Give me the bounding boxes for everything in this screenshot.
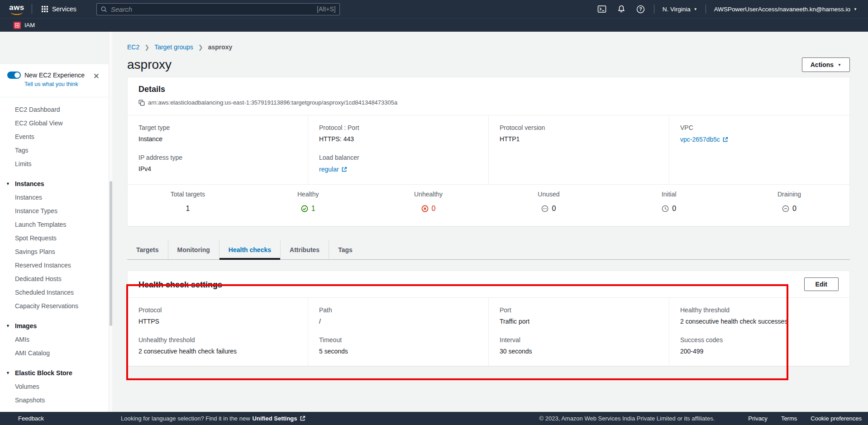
tab-tags[interactable]: Tags: [329, 240, 362, 259]
tell-us-link[interactable]: Tell us what you think: [24, 81, 78, 87]
field-value-success-codes: 200-499: [680, 348, 839, 355]
svg-text:?: ?: [639, 6, 642, 12]
sidebar-item-ec2-dashboard[interactable]: EC2 Dashboard: [0, 103, 109, 116]
health-check-settings-title: Health check settings: [138, 277, 222, 290]
sidebar-item-scheduled-instances[interactable]: Scheduled Instances: [0, 286, 109, 299]
notifications-button[interactable]: [612, 3, 631, 15]
search-shortcut: [Alt+S]: [317, 5, 336, 13]
sidebar-item-launch-templates[interactable]: Launch Templates: [0, 218, 109, 231]
chevron-down-icon: ▼: [838, 63, 841, 67]
stat-label: Unhealthy: [368, 191, 489, 198]
field-value-port: Traffic port: [500, 318, 658, 325]
tab-attributes[interactable]: Attributes: [280, 240, 329, 259]
breadcrumb-ec2[interactable]: EC2: [127, 43, 139, 51]
sidebar-section-instances[interactable]: ▼ Instances: [0, 177, 109, 191]
cloudshell-terminal-icon: [597, 5, 606, 13]
favorite-iam-label: IAM: [24, 22, 35, 29]
ec2-sidebar: ✕ New EC2 Experience Tell us what you th…: [0, 32, 109, 412]
sidebar-section-elastic-block-store[interactable]: ▼ Elastic Block Store: [0, 366, 109, 380]
dots-circle-icon: [541, 205, 548, 212]
sidebar-item-volumes[interactable]: Volumes: [0, 380, 109, 393]
sidebar-item-instance-types[interactable]: Instance Types: [0, 204, 109, 218]
cloudshell-button[interactable]: [592, 3, 612, 15]
breadcrumb-target-groups[interactable]: Target groups: [154, 43, 193, 51]
field-value-protocol-port: HTTPS: 443: [319, 135, 477, 143]
tab-bar: Targets Monitoring Health checks Attribu…: [127, 240, 850, 260]
sidebar-item-dedicated-hosts[interactable]: Dedicated Hosts: [0, 272, 109, 286]
vpc-id: vpc-2657db5c: [680, 136, 720, 143]
edit-button[interactable]: Edit: [804, 277, 839, 291]
field-label-load-balancer: Load balancer: [319, 154, 477, 161]
chevron-right-icon: ❯: [144, 44, 149, 51]
sidebar-section-label: Images: [15, 322, 37, 329]
services-menu-button[interactable]: Services: [38, 4, 79, 14]
favorite-iam[interactable]: IAM: [14, 22, 35, 29]
close-icon[interactable]: ✕: [93, 72, 100, 80]
breadcrumb-current: asproxy: [208, 43, 233, 51]
aws-logo[interactable]: aws: [7, 4, 26, 15]
services-label: Services: [52, 5, 76, 13]
sidebar-item-reserved-instances[interactable]: Reserved Instances: [0, 258, 109, 272]
field-label-protocol-version: Protocol version: [500, 124, 658, 131]
field-value-target-type: Instance: [138, 135, 297, 143]
draining-stat: Draining 0: [729, 191, 849, 214]
details-panel: Details arn:aws:elasticloadbalancing:us-…: [127, 77, 850, 226]
language-note: Looking for language selection? Find it …: [121, 415, 250, 422]
stat-label: Healthy: [248, 191, 368, 198]
feedback-button[interactable]: Feedback: [18, 415, 44, 422]
chevron-down-icon: ▼: [6, 324, 10, 328]
stat-value: 0: [552, 205, 556, 213]
search-input[interactable]: [111, 5, 317, 13]
sidebar-item-amis[interactable]: AMIs: [0, 333, 109, 346]
sidebar-item-snapshots[interactable]: Snapshots: [0, 393, 109, 407]
tab-targets[interactable]: Targets: [127, 240, 168, 259]
breadcrumb: EC2 ❯ Target groups ❯ asproxy: [127, 43, 850, 51]
field-label-port: Port: [500, 306, 658, 314]
sidebar-item-spot-requests[interactable]: Spot Requests: [0, 231, 109, 245]
unified-settings-link[interactable]: Unified Settings: [253, 415, 297, 422]
sidebar-item-limits[interactable]: Limits: [0, 157, 109, 171]
sidebar-item-ec2-global-view[interactable]: EC2 Global View: [0, 116, 109, 130]
cookie-preferences-link[interactable]: Cookie preferences: [811, 415, 862, 422]
region-selector[interactable]: N. Virginia ▼: [658, 4, 702, 14]
new-ec2-experience-label: New EC2 Experience: [24, 72, 85, 79]
field-value-timeout: 5 seconds: [319, 348, 477, 355]
load-balancer-link[interactable]: regular: [319, 166, 347, 173]
sidebar-item-savings-plans[interactable]: Savings Plans: [0, 245, 109, 258]
field-label-success-codes: Success codes: [680, 336, 839, 344]
tab-health-checks[interactable]: Health checks: [219, 240, 280, 259]
help-button[interactable]: ?: [631, 3, 650, 15]
terms-link[interactable]: Terms: [781, 415, 797, 422]
privacy-link[interactable]: Privacy: [748, 415, 768, 422]
field-label-interval: Interval: [500, 336, 658, 344]
actions-button[interactable]: Actions ▼: [802, 57, 850, 72]
field-value-unhealthy-threshold: 2 consecutive health check failures: [138, 348, 297, 355]
top-navigation-bar: aws Services [Alt+S]: [0, 0, 868, 18]
unhealthy-stat: Unhealthy 0: [368, 191, 489, 214]
favorites-bar: IAM: [0, 18, 868, 32]
sidebar-scrollbar[interactable]: [109, 32, 112, 412]
field-value-protocol-version: HTTP1: [500, 135, 658, 143]
sidebar-navigation: EC2 Dashboard EC2 Global View Events Tag…: [0, 97, 109, 407]
scrollbar-thumb[interactable]: [110, 181, 112, 326]
sidebar-section-images[interactable]: ▼ Images: [0, 319, 109, 333]
actions-label: Actions: [811, 61, 834, 68]
sidebar-item-events[interactable]: Events: [0, 130, 109, 143]
stat-label: Initial: [609, 191, 729, 198]
sidebar-item-tags[interactable]: Tags: [0, 143, 109, 157]
help-icon: ?: [636, 5, 645, 14]
new-ec2-experience-toggle[interactable]: [7, 72, 21, 79]
stat-value: 0: [672, 205, 676, 213]
vpc-link[interactable]: vpc-2657db5c: [680, 136, 728, 143]
console-footer: Feedback Looking for language selection?…: [0, 412, 868, 425]
sidebar-item-capacity-reservations[interactable]: Capacity Reservations: [0, 299, 109, 313]
health-check-settings-panel: Health check settings Edit Protocol HTTP…: [127, 271, 850, 366]
sidebar-item-instances[interactable]: Instances: [0, 191, 109, 204]
sidebar-item-ami-catalog[interactable]: AMI Catalog: [0, 346, 109, 360]
account-menu[interactable]: AWSPowerUserAccess/navaneeth.kn@harness.…: [710, 4, 862, 14]
copy-arn-button[interactable]: [138, 100, 145, 106]
tab-monitoring[interactable]: Monitoring: [168, 240, 219, 259]
field-value-protocol: HTTPS: [138, 318, 297, 325]
global-search[interactable]: [Alt+S]: [96, 3, 340, 15]
clock-icon: [662, 205, 669, 212]
